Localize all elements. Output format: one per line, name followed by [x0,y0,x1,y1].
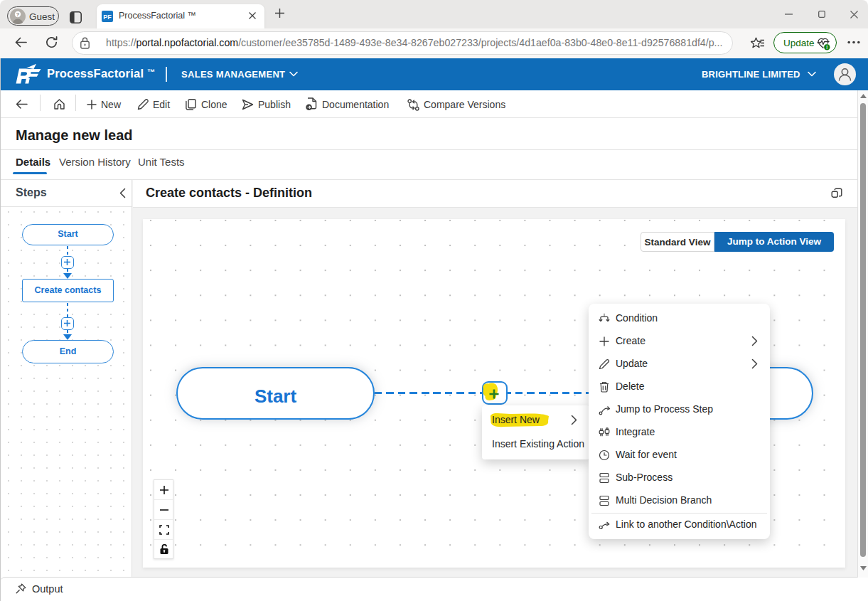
svg-text:!: ! [826,44,828,50]
svg-text:PF: PF [103,14,112,21]
svg-text:?: ? [16,11,19,18]
